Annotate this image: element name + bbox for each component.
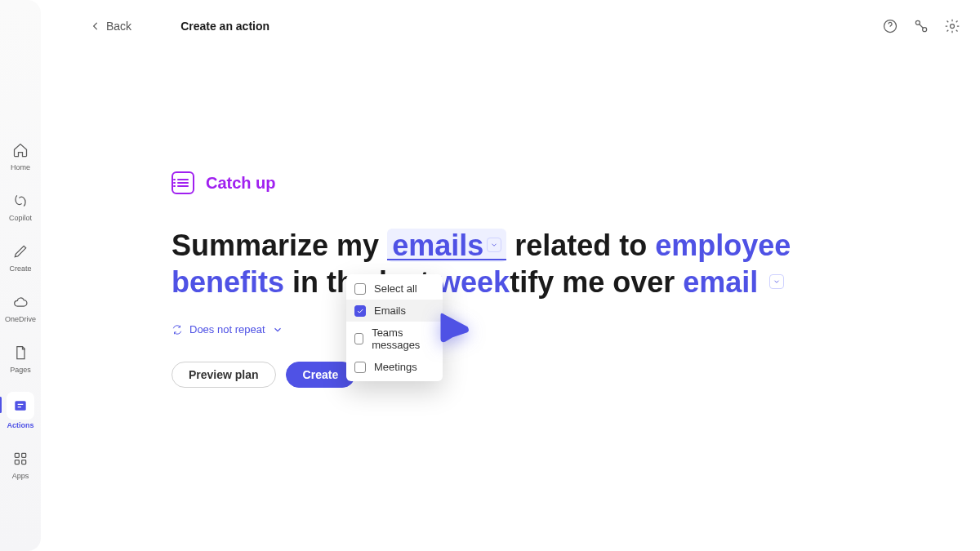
svg-rect-4 [22, 460, 26, 464]
nav-onedrive-label: OneDrive [5, 315, 36, 323]
pages-icon [12, 344, 29, 361]
nav-create-label: Create [9, 264, 31, 273]
main-content: Catch up Summarize my emails related to … [172, 171, 898, 388]
chevron-left-icon [90, 20, 101, 32]
source-dropdown: Select all Emails Teams messages Meeting… [346, 274, 443, 381]
checkbox-icon [354, 333, 363, 344]
nav-pages-label: Pages [10, 366, 31, 374]
checkbox-icon [354, 283, 366, 295]
dropdown-select-all[interactable]: Select all [346, 278, 443, 300]
sentence-text: tify me over [510, 265, 683, 299]
nav-actions[interactable]: Actions [2, 392, 38, 429]
apps-icon [12, 451, 29, 467]
checkbox-checked-icon [354, 305, 366, 317]
list-icon [172, 171, 194, 194]
dropdown-item-label: Teams messages [372, 327, 434, 351]
svg-point-8 [951, 24, 955, 29]
create-button[interactable]: Create [286, 362, 356, 388]
chevron-down-icon [769, 274, 784, 289]
action-sentence: Summarize my emails related to employee … [172, 227, 898, 300]
left-nav-rail: Home Copilot Create OneDrive Pages Actio… [0, 0, 41, 551]
sentence-text: Summarize my [172, 229, 387, 262]
period-token[interactable]: week [438, 265, 510, 299]
actions-icon [12, 398, 29, 414]
chevron-down-icon [272, 324, 283, 335]
dropdown-item-label: Emails [374, 304, 406, 317]
action-type-label: Catch up [206, 174, 276, 193]
pencil-icon [12, 243, 29, 260]
nav-apps[interactable]: Apps [2, 447, 38, 480]
dropdown-emails[interactable]: Emails [346, 300, 443, 322]
channel-token[interactable]: email [683, 265, 784, 299]
repeat-icon [172, 324, 183, 335]
repeat-label: Does not repeat [189, 323, 265, 335]
dropdown-item-label: Select all [374, 282, 417, 295]
back-button[interactable]: Back [90, 20, 131, 33]
source-token[interactable]: emails [387, 229, 506, 262]
home-icon [12, 142, 29, 158]
topbar: Back Create an action [41, 0, 980, 52]
svg-rect-2 [22, 453, 26, 457]
copilot-icon [12, 193, 29, 209]
action-buttons: Preview plan Create [172, 362, 898, 388]
chevron-down-icon [487, 238, 501, 252]
nav-home-label: Home [11, 163, 30, 171]
dropdown-item-label: Meetings [374, 361, 417, 373]
svg-rect-3 [15, 460, 19, 464]
preview-plan-button[interactable]: Preview plan [172, 362, 276, 388]
help-icon[interactable] [882, 18, 898, 34]
nav-home[interactable]: Home [2, 139, 38, 171]
svg-rect-1 [15, 453, 19, 457]
nav-create[interactable]: Create [2, 240, 38, 273]
nav-onedrive[interactable]: OneDrive [2, 291, 38, 323]
svg-rect-0 [15, 401, 25, 411]
action-type-chip: Catch up [172, 171, 898, 194]
dropdown-teams[interactable]: Teams messages [346, 322, 443, 356]
cloud-icon [12, 294, 29, 310]
dropdown-meetings[interactable]: Meetings [346, 356, 443, 378]
nav-copilot[interactable]: Copilot [2, 189, 38, 222]
repeat-selector[interactable]: Does not repeat [172, 323, 898, 335]
nav-actions-label: Actions [7, 421, 33, 429]
nav-apps-label: Apps [12, 472, 29, 480]
sentence-text: related to [506, 229, 655, 262]
settings-icon[interactable] [944, 18, 960, 34]
nav-pages[interactable]: Pages [2, 341, 38, 374]
connections-icon[interactable] [913, 18, 929, 34]
checkbox-icon [354, 362, 366, 373]
topbar-actions [882, 18, 960, 34]
page-title: Create an action [180, 20, 270, 33]
back-label: Back [106, 20, 131, 33]
nav-copilot-label: Copilot [9, 214, 32, 222]
